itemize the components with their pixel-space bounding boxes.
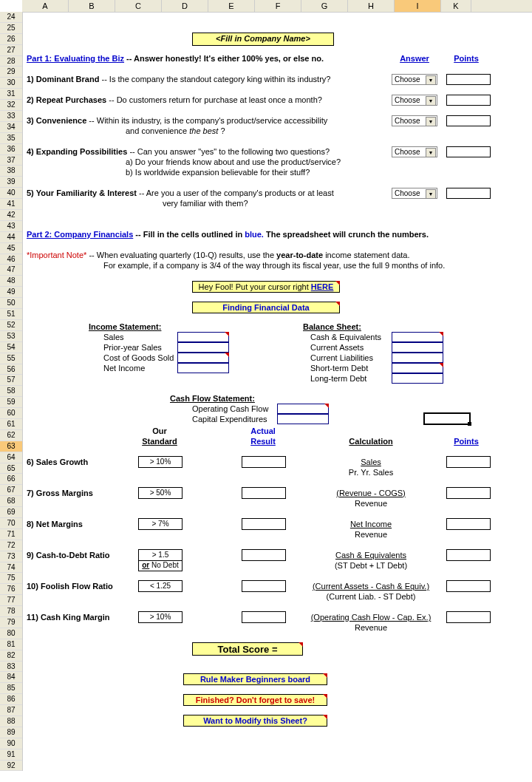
row-67[interactable]: 67 xyxy=(0,485,22,496)
row-83[interactable]: 83 xyxy=(0,662,22,673)
row-85[interactable]: 85 xyxy=(0,683,22,694)
row-43[interactable]: 43 xyxy=(0,221,22,232)
finding-financial-box[interactable]: Finding Financial Data xyxy=(192,302,340,313)
finished-box[interactable]: Finished? Don't forget to save! xyxy=(183,694,327,706)
row-89[interactable]: 89 xyxy=(0,727,22,738)
row-38[interactable]: 38 xyxy=(0,166,22,177)
col-H[interactable]: H xyxy=(348,0,395,12)
row-28[interactable]: 28 xyxy=(0,56,22,67)
income-prior-input[interactable] xyxy=(177,342,229,353)
q1-dropdown[interactable]: Choose xyxy=(392,74,437,85)
income-sales-input[interactable] xyxy=(177,332,229,342)
part1-link[interactable]: Part 1: Evaluating the Biz xyxy=(27,54,124,63)
row-48[interactable]: 48 xyxy=(0,276,22,287)
row-61[interactable]: 61 xyxy=(0,419,22,430)
row-90[interactable]: 90 xyxy=(0,738,22,749)
col-F[interactable]: F xyxy=(255,0,301,12)
row-53[interactable]: 53 xyxy=(0,331,22,342)
cashflow-ocf-input[interactable] xyxy=(277,404,329,414)
balance-ca-input[interactable] xyxy=(392,342,443,353)
m11-result[interactable] xyxy=(242,611,286,623)
rule-maker-box[interactable]: Rule Maker Beginners board xyxy=(183,673,327,685)
row-74[interactable]: 74 xyxy=(0,562,22,574)
q3-dropdown[interactable]: Choose xyxy=(392,115,437,126)
row-headers[interactable]: 2425262728293031323334353637383940414243… xyxy=(0,12,23,771)
row-78[interactable]: 78 xyxy=(0,606,22,617)
q3-points[interactable] xyxy=(446,115,491,126)
balance-ltd-input[interactable] xyxy=(392,373,443,384)
row-70[interactable]: 70 xyxy=(0,518,22,529)
q4-dropdown[interactable]: Choose xyxy=(392,146,437,157)
row-69[interactable]: 69 xyxy=(0,507,22,518)
row-86[interactable]: 86 xyxy=(0,694,22,705)
row-58[interactable]: 58 xyxy=(0,386,22,397)
row-52[interactable]: 52 xyxy=(0,320,22,331)
row-72[interactable]: 72 xyxy=(0,540,22,551)
row-62[interactable]: 62 xyxy=(0,430,22,441)
hey-fool-box[interactable]: Hey Fool! Put your cursor right HERE xyxy=(192,281,340,293)
row-45[interactable]: 45 xyxy=(0,243,22,254)
cashflow-capex-input[interactable] xyxy=(277,414,329,424)
row-76[interactable]: 76 xyxy=(0,584,22,595)
q4-points[interactable] xyxy=(446,146,491,157)
row-49[interactable]: 49 xyxy=(0,287,22,298)
row-26[interactable]: 26 xyxy=(0,34,22,45)
row-59[interactable]: 59 xyxy=(0,397,22,408)
m11-points[interactable] xyxy=(446,611,491,623)
m8-result[interactable] xyxy=(242,518,286,530)
q5-dropdown[interactable]: Choose xyxy=(392,188,437,199)
m9-result[interactable] xyxy=(242,549,286,561)
q2-points[interactable] xyxy=(446,95,491,106)
row-65[interactable]: 65 xyxy=(0,463,22,475)
col-A[interactable]: A xyxy=(22,0,69,12)
row-60[interactable]: 60 xyxy=(0,408,22,419)
m10-result[interactable] xyxy=(242,580,286,592)
row-30[interactable]: 30 xyxy=(0,78,22,89)
q2-dropdown[interactable]: Choose xyxy=(392,95,437,106)
income-cogs-input[interactable] xyxy=(177,353,229,363)
row-34[interactable]: 34 xyxy=(0,122,22,133)
row-39[interactable]: 39 xyxy=(0,177,22,188)
row-68[interactable]: 68 xyxy=(0,496,22,507)
balance-cash-input[interactable] xyxy=(392,332,443,342)
column-headers[interactable]: A B C D E F G H I K xyxy=(22,0,532,13)
row-41[interactable]: 41 xyxy=(0,199,22,210)
row-37[interactable]: 37 xyxy=(0,155,22,166)
part2-link[interactable]: Part 2: Company Financials xyxy=(27,230,133,239)
company-name-title[interactable]: <Fill in Company Name> xyxy=(192,33,334,46)
m10-points[interactable] xyxy=(446,580,491,592)
q1-points[interactable] xyxy=(446,74,491,85)
row-31[interactable]: 31 xyxy=(0,89,22,100)
row-81[interactable]: 81 xyxy=(0,639,22,650)
row-80[interactable]: 80 xyxy=(0,628,22,639)
row-27[interactable]: 27 xyxy=(0,45,22,56)
row-29[interactable]: 29 xyxy=(0,67,22,78)
row-92[interactable]: 92 xyxy=(0,761,22,772)
balance-cl-input[interactable] xyxy=(392,353,443,363)
m6-points[interactable] xyxy=(446,456,491,468)
row-40[interactable]: 40 xyxy=(0,188,22,199)
row-32[interactable]: 32 xyxy=(0,100,22,111)
row-24[interactable]: 24 xyxy=(0,12,22,23)
row-84[interactable]: 84 xyxy=(0,672,22,683)
row-82[interactable]: 82 xyxy=(0,650,22,662)
row-47[interactable]: 47 xyxy=(0,265,22,276)
q5-points[interactable] xyxy=(446,188,491,199)
col-B[interactable]: B xyxy=(69,0,115,12)
row-44[interactable]: 44 xyxy=(0,232,22,243)
row-66[interactable]: 66 xyxy=(0,474,22,485)
row-50[interactable]: 50 xyxy=(0,298,22,309)
col-C[interactable]: C xyxy=(115,0,162,12)
row-46[interactable]: 46 xyxy=(0,254,22,265)
m6-result[interactable] xyxy=(242,456,286,468)
row-36[interactable]: 36 xyxy=(0,144,22,155)
m8-points[interactable] xyxy=(446,518,491,530)
modify-box[interactable]: Want to Modify this Sheet? xyxy=(183,715,327,727)
col-E[interactable]: E xyxy=(208,0,255,12)
m7-result[interactable] xyxy=(242,487,286,499)
balance-std-input[interactable] xyxy=(392,363,443,373)
row-25[interactable]: 25 xyxy=(0,23,22,34)
row-88[interactable]: 88 xyxy=(0,716,22,727)
row-63[interactable]: 63 xyxy=(0,441,22,452)
row-54[interactable]: 54 xyxy=(0,342,22,353)
